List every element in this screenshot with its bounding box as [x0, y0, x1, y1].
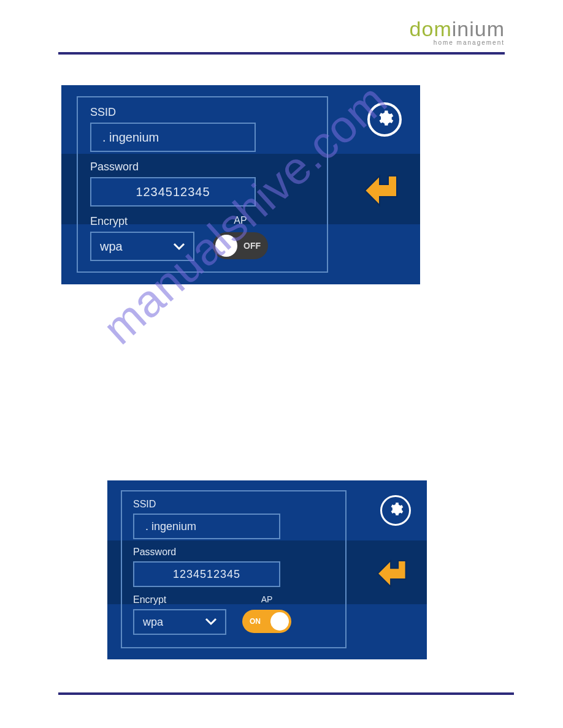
back-arrow-icon	[375, 582, 415, 593]
gear-icon	[388, 501, 404, 520]
ap-label: AP	[261, 594, 273, 604]
header-divider	[58, 52, 505, 55]
encrypt-label: Encrypt	[133, 594, 226, 605]
ssid-value: . ingenium	[145, 520, 196, 533]
brand-logo: dominium home management	[410, 18, 505, 46]
gear-icon	[375, 109, 394, 130]
ssid-label: SSID	[133, 499, 334, 510]
password-value: 1234512345	[136, 185, 210, 199]
wifi-form: SSID . ingenium Password 1234512345 Encr…	[77, 96, 328, 273]
ssid-value: . ingenium	[102, 131, 159, 145]
chevron-down-icon	[204, 616, 218, 629]
back-arrow-icon	[362, 202, 407, 212]
ssid-label: SSID	[90, 106, 315, 119]
toggle-state-text: ON	[250, 617, 261, 626]
encrypt-select[interactable]: wpa	[90, 232, 194, 261]
footer-divider	[58, 692, 514, 695]
logo-text-part1: dom	[410, 17, 452, 40]
toggle-knob	[270, 612, 289, 631]
ap-toggle[interactable]: ON	[242, 610, 291, 633]
toggle-knob	[215, 235, 237, 257]
encrypt-select[interactable]: wpa	[133, 609, 226, 635]
back-button[interactable]	[362, 171, 407, 213]
toggle-state-text: OFF	[243, 241, 261, 251]
encrypt-value: wpa	[143, 616, 163, 629]
settings-button[interactable]	[367, 102, 402, 137]
password-value: 1234512345	[173, 568, 240, 581]
wifi-config-panel-on: SSID . ingenium Password 1234512345 Encr…	[107, 480, 427, 659]
back-button[interactable]	[375, 556, 415, 593]
password-input[interactable]: 1234512345	[90, 177, 256, 207]
password-input[interactable]: 1234512345	[133, 561, 280, 587]
encrypt-label: Encrypt	[90, 215, 194, 228]
ssid-input[interactable]: . ingenium	[133, 514, 280, 539]
ssid-input[interactable]: . ingenium	[90, 123, 256, 152]
page-header: dominium home management	[58, 18, 505, 51]
encrypt-value: wpa	[100, 240, 123, 254]
chevron-down-icon	[172, 240, 186, 254]
logo-text-part2: inium	[452, 17, 505, 40]
password-label: Password	[90, 161, 315, 173]
wifi-form: SSID . ingenium Password 1234512345 Encr…	[121, 490, 347, 648]
ap-label: AP	[234, 215, 247, 226]
ap-toggle[interactable]: OFF	[213, 232, 268, 259]
wifi-config-panel-off: SSID . ingenium Password 1234512345 Encr…	[61, 85, 420, 284]
settings-button[interactable]	[380, 495, 411, 526]
password-label: Password	[133, 547, 334, 558]
